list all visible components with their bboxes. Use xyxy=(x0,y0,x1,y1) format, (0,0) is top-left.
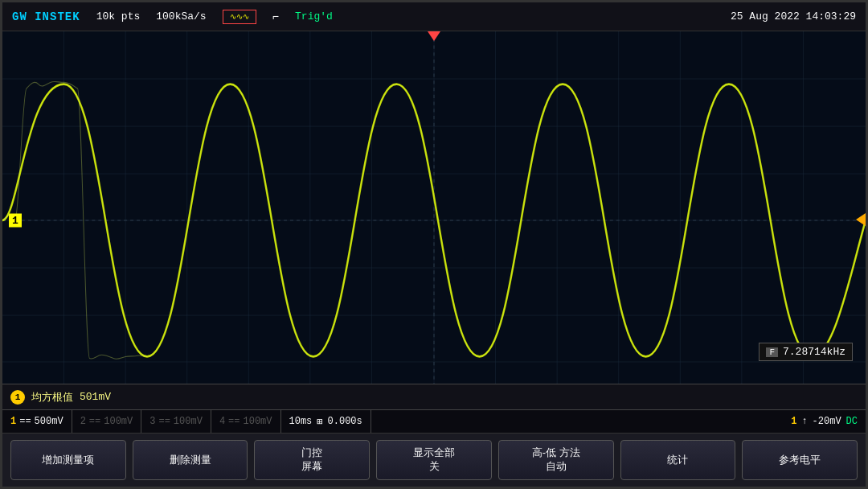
datetime-display: 25 Aug 2022 14:03:29 xyxy=(731,10,856,23)
ch4-status: 4 == 100mV xyxy=(211,410,281,433)
del-measure-button[interactable]: 删除测量 xyxy=(133,440,248,480)
ch2-status: 2 == 100mV xyxy=(72,410,142,433)
ch1-coupling: == xyxy=(19,416,31,427)
rms-value: 501mV xyxy=(80,391,111,403)
trigger-level-arrow xyxy=(856,213,866,226)
delay-value: 0.000s xyxy=(328,416,362,427)
top-status-bar: GW INSTEK 10k pts 100kSa/s ∿∿∿ ⌐ Trig'd … xyxy=(2,2,866,31)
ch3-coupling: == xyxy=(158,416,170,427)
trigger-status: 1 ↑ -20mV DC xyxy=(783,410,866,433)
statistics-button[interactable]: 统计 xyxy=(620,440,736,480)
gate-screen-button[interactable]: 门控 屏幕 xyxy=(254,440,370,480)
ch1-marker: 1 xyxy=(9,214,22,228)
grid-overlay xyxy=(2,31,866,409)
point-count: 10k pts xyxy=(96,10,141,23)
waveform-icon: ∿∿∿ xyxy=(223,10,256,24)
trigger-position-arrow xyxy=(428,31,440,41)
ch1-status: 1 == 500mV xyxy=(2,410,72,433)
ch4-voltage: 100mV xyxy=(243,416,272,427)
ch3-status: 3 == 100mV xyxy=(141,410,211,433)
ch1-voltage: 500mV xyxy=(35,416,63,427)
trigger-voltage: -20mV xyxy=(813,416,841,427)
trig-status: Trig'd xyxy=(295,10,333,23)
bottom-toolbar: 增加测量项 删除测量 门控 屏幕 显示全部 关 高-低 方法 自动 统计 参考电… xyxy=(2,434,866,487)
trigger-coupling: DC xyxy=(846,416,858,427)
ch1-number: 1 xyxy=(10,416,16,427)
timebase-status: 10ms ⊞ 0.000s xyxy=(281,410,371,433)
ch2-number: 2 xyxy=(80,416,86,427)
rms-label: 均方根值 xyxy=(31,390,73,405)
brand-logo: GW INSTEK xyxy=(12,10,80,23)
ch2-coupling: == xyxy=(89,416,100,427)
ch3-voltage: 100mV xyxy=(174,416,203,427)
hi-lo-method-button[interactable]: 高-低 方法 自动 xyxy=(498,440,614,480)
trigger-channel: 1 xyxy=(791,416,796,427)
oscilloscope-display: GW INSTEK 10k pts 100kSa/s ∿∿∿ ⌐ Trig'd … xyxy=(0,0,868,489)
rms-channel-badge: 1 xyxy=(10,390,25,405)
sample-rate: 100kSa/s xyxy=(156,10,206,23)
ch4-number: 4 xyxy=(219,416,225,427)
channel-status-bar: 1 == 500mV 2 == 100mV 3 == 100mV 4 == 10… xyxy=(2,409,866,434)
add-measure-button[interactable]: 增加测量项 xyxy=(10,440,126,480)
timebase-value: 10ms xyxy=(289,416,313,427)
delay-indicator: ⊞ xyxy=(317,416,322,428)
ref-level-button[interactable]: 参考电平 xyxy=(742,440,858,480)
trigger-slope: ↑ xyxy=(801,416,807,427)
freq-label: F xyxy=(766,347,778,357)
oscilloscope-screen: 1 F 7.28714kHz 1 均方根值 501mV xyxy=(2,31,866,409)
frequency-readout: F 7.28714kHz xyxy=(759,343,853,361)
show-all-button[interactable]: 显示全部 关 xyxy=(376,440,492,480)
ch4-coupling: == xyxy=(228,416,240,427)
ch3-number: 3 xyxy=(149,416,155,427)
ch2-voltage: 100mV xyxy=(104,416,133,427)
measurement-overlay-bar: 1 均方根值 501mV xyxy=(2,384,866,409)
freq-value: 7.28714kHz xyxy=(783,346,845,358)
trigger-icon: ⌐ xyxy=(272,10,279,23)
